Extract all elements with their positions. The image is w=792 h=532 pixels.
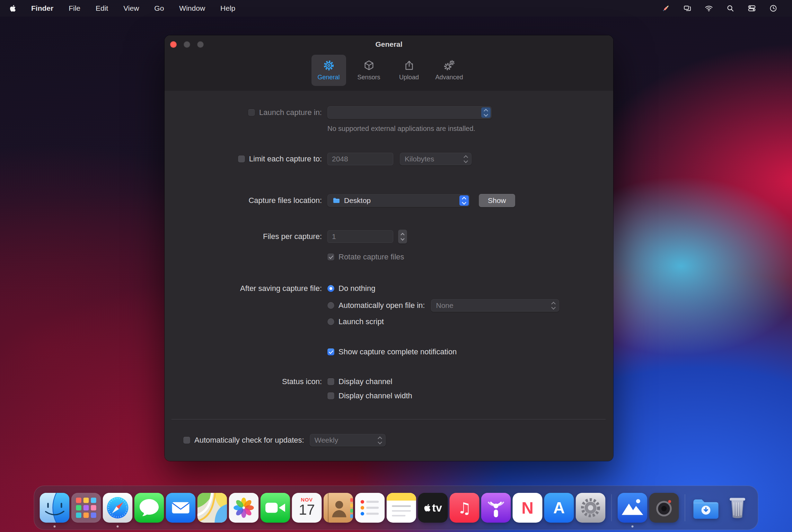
facetime-icon	[261, 493, 290, 523]
tab-advanced[interactable]: Advanced	[432, 55, 467, 86]
capture-size-field[interactable]: 2048	[327, 153, 393, 165]
messages-icon	[134, 493, 164, 523]
status-icon-row-2: Display channel width	[165, 390, 613, 402]
tab-upload[interactable]: Upload	[392, 55, 426, 86]
updates-checkbox[interactable]	[183, 437, 190, 444]
files-per-capture-field[interactable]: 1	[327, 230, 393, 243]
menu-view[interactable]: View	[123, 4, 139, 12]
tab-general[interactable]: General	[311, 55, 346, 86]
updates-value: Weekly	[315, 436, 338, 444]
menu-bar-left: Finder File Edit View Go Window Help	[0, 4, 235, 12]
dock-trash[interactable]	[723, 493, 753, 523]
menu-edit[interactable]: Edit	[96, 4, 108, 12]
display-channel-width-checkbox[interactable]	[327, 392, 334, 399]
app-store-icon: A	[544, 493, 574, 523]
capture-location-popup[interactable]: Desktop	[327, 194, 470, 207]
section-divider	[171, 419, 606, 419]
menu-window[interactable]: Window	[179, 4, 205, 12]
dock-facetime[interactable]	[261, 493, 290, 523]
tab-sensors[interactable]: Sensors	[352, 55, 386, 86]
contacts-icon	[324, 493, 353, 523]
clock-icon[interactable]	[769, 4, 777, 12]
dock-capture-app[interactable]	[618, 493, 648, 523]
updates-row: Automatically check for updates: Weekly	[183, 434, 613, 446]
utility-app-icon	[649, 493, 679, 523]
dock-launchpad[interactable]	[71, 493, 101, 523]
open-file-radio[interactable]	[327, 302, 334, 309]
menu-file[interactable]: File	[69, 4, 80, 12]
capture-location-value: Desktop	[344, 196, 371, 205]
cube-icon	[363, 60, 375, 71]
stepper-up-icon	[401, 233, 404, 237]
dock-safari[interactable]	[103, 493, 133, 523]
notification-row: Show capture complete notification	[165, 346, 613, 358]
do-nothing-label: Do nothing	[338, 284, 375, 293]
news-letter: N	[521, 498, 534, 517]
tools-icon[interactable]	[662, 4, 670, 12]
upload-icon	[403, 60, 415, 71]
dock-downloads[interactable]	[691, 493, 721, 523]
limit-capture-checkbox[interactable]	[238, 156, 245, 162]
dock-contacts[interactable]	[324, 493, 353, 523]
status-icon-label: Status icon:	[282, 377, 322, 386]
dock-notes[interactable]	[387, 493, 416, 523]
search-icon[interactable]	[726, 4, 734, 12]
after-saving-row-3: Launch script	[165, 316, 613, 328]
after-saving-row-1: After saving capture file: Do nothing	[165, 282, 613, 295]
rotate-files-label: Rotate capture files	[338, 252, 404, 261]
wifi-icon[interactable]	[705, 4, 713, 12]
dock-app-store[interactable]: A	[544, 493, 574, 523]
window-titlebar: General General Sensors Upload Advanced	[165, 35, 613, 91]
dock-calendar[interactable]: NOV 17	[292, 493, 322, 523]
dock-apple-tv[interactable]: tv	[418, 493, 448, 523]
dock-maps[interactable]	[197, 493, 227, 523]
menu-help[interactable]: Help	[220, 4, 235, 12]
launch-capture-label: Launch capture in:	[259, 108, 322, 117]
dock-mail[interactable]	[166, 493, 196, 523]
popup-arrows-icon	[461, 154, 470, 164]
display-channel-checkbox[interactable]	[327, 378, 334, 385]
apple-menu[interactable]	[10, 5, 16, 12]
show-button[interactable]: Show	[479, 194, 515, 207]
dock-photos[interactable]	[229, 493, 259, 523]
launchpad-icon	[71, 493, 101, 523]
dock-messages[interactable]	[134, 493, 164, 523]
menu-bar-status	[662, 4, 792, 12]
launch-capture-popup[interactable]	[327, 106, 492, 119]
do-nothing-radio[interactable]	[327, 285, 334, 292]
notification-checkbox[interactable]	[327, 348, 334, 355]
podcasts-icon	[481, 493, 511, 523]
apple-tv-icon: tv	[418, 493, 448, 523]
popup-arrows-icon	[459, 195, 469, 206]
dock-system-preferences[interactable]	[576, 493, 606, 523]
updates-popup[interactable]: Weekly	[310, 434, 386, 446]
app-store-letter: A	[553, 498, 565, 517]
open-file-value: None	[436, 301, 453, 310]
dock-utility-app[interactable]	[649, 493, 679, 523]
display-channel-label: Display channel	[338, 377, 392, 386]
window-content: Launch capture in: No supported external…	[165, 91, 613, 461]
capture-unit-popup[interactable]: Kilobytes	[400, 153, 472, 165]
dock-music[interactable]: ♫	[450, 493, 479, 523]
open-file-popup[interactable]: None	[431, 299, 559, 312]
news-icon: N	[513, 493, 543, 523]
apple-logo-icon	[424, 504, 431, 512]
tab-advanced-label: Advanced	[435, 74, 463, 81]
running-indicator	[632, 525, 634, 527]
dock-news[interactable]: N	[513, 493, 543, 523]
rotate-files-checkbox[interactable]	[327, 254, 334, 260]
displays-icon[interactable]	[683, 4, 692, 12]
launch-script-radio[interactable]	[327, 318, 334, 325]
open-file-label: Automatically open file in:	[338, 301, 425, 310]
app-menu-finder[interactable]: Finder	[31, 4, 53, 12]
dock-finder[interactable]	[40, 493, 70, 523]
apple-icon	[10, 5, 16, 12]
menu-go[interactable]: Go	[154, 4, 164, 12]
dock-podcasts[interactable]	[481, 493, 511, 523]
launch-capture-checkbox[interactable]	[248, 109, 255, 116]
dock-reminders[interactable]	[355, 493, 385, 523]
running-indicator	[117, 525, 119, 527]
files-per-capture-stepper[interactable]	[398, 230, 407, 243]
control-center-icon[interactable]	[748, 4, 756, 12]
notification-label: Show capture complete notification	[338, 347, 457, 356]
